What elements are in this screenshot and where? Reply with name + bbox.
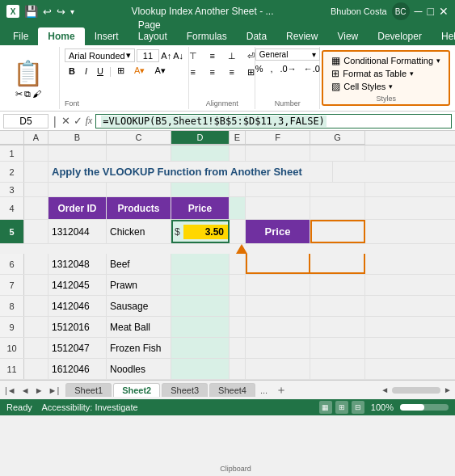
- sheet-nav-last[interactable]: ►|: [47, 385, 61, 395]
- cell-g11[interactable]: [310, 359, 365, 379]
- cell-b10-orderid[interactable]: 1512047: [48, 338, 107, 358]
- sheet-nav-first[interactable]: |◄: [3, 385, 18, 395]
- cell-c3[interactable]: [107, 183, 171, 196]
- cell-f4[interactable]: [246, 197, 310, 219]
- align-bottom-button[interactable]: ⊥: [223, 48, 241, 63]
- cell-g3[interactable]: [310, 183, 365, 196]
- font-increase-button[interactable]: A↑: [161, 51, 171, 61]
- cell-b11-orderid[interactable]: 1612046: [48, 359, 107, 379]
- tab-view[interactable]: View: [327, 27, 368, 45]
- comma-button[interactable]: ,: [268, 62, 276, 75]
- percent-button[interactable]: %: [252, 62, 267, 75]
- cell-g6[interactable]: [310, 254, 365, 274]
- cell-f8[interactable]: [246, 296, 310, 316]
- cell-e11[interactable]: [230, 359, 246, 379]
- cell-c4-products[interactable]: Products: [107, 197, 171, 219]
- cell-g1[interactable]: [310, 145, 365, 161]
- cell-a6[interactable]: [24, 254, 48, 274]
- tab-help[interactable]: Help: [432, 27, 455, 45]
- cell-b7-orderid[interactable]: 1412045: [48, 275, 107, 295]
- confirm-formula-icon[interactable]: ✓: [74, 115, 82, 127]
- insert-function-icon[interactable]: fx: [86, 115, 93, 127]
- cell-e7[interactable]: [230, 275, 246, 295]
- cell-c11-product[interactable]: Noodles: [107, 359, 171, 379]
- cell-e8[interactable]: [230, 296, 246, 316]
- decrease-decimal-button[interactable]: ←.0: [301, 62, 323, 75]
- normal-view-icon[interactable]: ▦: [319, 401, 332, 414]
- col-header-c[interactable]: C: [107, 131, 171, 145]
- cell-c5-product[interactable]: Chicken: [107, 220, 171, 243]
- format-painter-button[interactable]: 🖌: [32, 89, 41, 99]
- sheet-nav-prev[interactable]: ◄: [19, 385, 32, 395]
- tab-home[interactable]: Home: [38, 27, 84, 45]
- cell-b5-orderid[interactable]: 1312044: [48, 220, 107, 243]
- cell-f3[interactable]: [246, 183, 310, 196]
- zoom-slider[interactable]: [400, 404, 449, 411]
- cell-e1[interactable]: [230, 145, 246, 161]
- align-top-button[interactable]: ⊤: [184, 48, 202, 63]
- sheet-nav-next[interactable]: ►: [33, 385, 45, 395]
- number-format-selector[interactable]: General ▾: [255, 48, 320, 61]
- conditional-formatting-button[interactable]: ▦ Conditional Formatting ▾: [330, 54, 442, 67]
- cell-f6[interactable]: [246, 254, 310, 274]
- cell-g7[interactable]: [310, 275, 365, 295]
- font-color-button[interactable]: A▾: [150, 64, 169, 78]
- format-table-button[interactable]: ⊞ Format as Table ▾: [330, 67, 442, 80]
- border-button[interactable]: ⊞: [113, 64, 128, 78]
- cell-a4[interactable]: [24, 197, 48, 219]
- font-decrease-button[interactable]: A↓: [173, 51, 183, 61]
- save-icon[interactable]: 💾: [24, 5, 38, 18]
- cell-c6-product[interactable]: Beef: [107, 254, 171, 274]
- undo-icon[interactable]: ↩: [43, 6, 52, 18]
- cell-c9-product[interactable]: Meat Ball: [107, 317, 171, 337]
- page-layout-icon[interactable]: ⊞: [335, 401, 348, 414]
- cell-e5[interactable]: [230, 220, 246, 243]
- cell-b3[interactable]: [48, 183, 107, 196]
- cell-e3[interactable]: [230, 183, 246, 196]
- col-header-f[interactable]: F: [246, 131, 310, 145]
- formula-input[interactable]: =VLOOKUP(B5,Sheet1!$B$5:$D$11,3,FALSE): [95, 114, 452, 128]
- cell-e10[interactable]: [230, 338, 246, 358]
- minimize-button[interactable]: ─: [415, 5, 423, 18]
- sheet-tab-sheet2[interactable]: Sheet2: [113, 383, 160, 397]
- align-center-button[interactable]: ≡: [204, 65, 221, 79]
- cell-d8[interactable]: [171, 296, 230, 316]
- cell-a8[interactable]: [24, 296, 48, 316]
- cell-b4-orderid[interactable]: Order ID: [48, 197, 107, 219]
- sheet-tab-sheet3[interactable]: Sheet3: [162, 383, 208, 397]
- scrollbar-area[interactable]: ◄►: [381, 385, 452, 394]
- cell-e9[interactable]: [230, 317, 246, 337]
- cell-b2-title[interactable]: Apply the VLOOKUP Function from Another …: [48, 162, 333, 182]
- cell-g9[interactable]: [310, 317, 365, 337]
- cut-button[interactable]: ✂: [15, 89, 23, 99]
- sheet-more-button[interactable]: ...: [257, 385, 271, 395]
- cell-d7[interactable]: [171, 275, 230, 295]
- tab-data[interactable]: Data: [237, 27, 276, 45]
- font-name-selector[interactable]: Arial Rounded ▾: [65, 48, 135, 62]
- italic-button[interactable]: I: [81, 65, 91, 78]
- align-left-button[interactable]: ≡: [184, 65, 202, 79]
- col-header-g[interactable]: G: [310, 131, 365, 145]
- cell-a5[interactable]: [24, 220, 48, 243]
- cell-d11[interactable]: [171, 359, 230, 379]
- cell-c7-product[interactable]: Prawn: [107, 275, 171, 295]
- cell-a11[interactable]: [24, 359, 48, 379]
- cell-a1[interactable]: [24, 145, 48, 161]
- tab-insert[interactable]: Insert: [85, 27, 128, 45]
- close-button[interactable]: ✕: [439, 5, 449, 18]
- tab-page-layout[interactable]: Page Layout: [128, 16, 177, 45]
- cell-d1[interactable]: [171, 145, 230, 161]
- cell-a2[interactable]: [24, 162, 48, 182]
- cell-e6[interactable]: [230, 254, 246, 274]
- cell-d3[interactable]: [171, 183, 230, 196]
- col-header-a[interactable]: A: [24, 131, 48, 145]
- cell-c1[interactable]: [107, 145, 171, 161]
- sheet-tab-sheet1[interactable]: Sheet1: [65, 383, 112, 397]
- cell-b9-orderid[interactable]: 1512016: [48, 317, 107, 337]
- copy-button[interactable]: ⧉: [24, 89, 31, 99]
- cell-c8-product[interactable]: Sausage: [107, 296, 171, 316]
- align-middle-button[interactable]: ≡: [204, 48, 221, 63]
- cell-a9[interactable]: [24, 317, 48, 337]
- cell-g4[interactable]: [310, 197, 365, 219]
- cell-styles-button[interactable]: ▨ Cell Styles ▾: [330, 80, 442, 93]
